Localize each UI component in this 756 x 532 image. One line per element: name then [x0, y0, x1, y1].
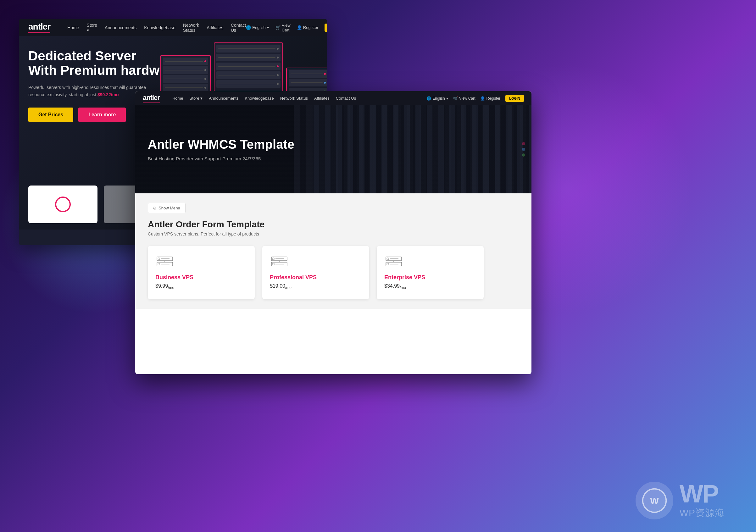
learn-more-button[interactable]: Learn more — [78, 108, 126, 122]
svg-rect-18 — [387, 263, 389, 265]
back-nav-store[interactable]: Store ▾ — [87, 23, 97, 33]
product-card-enterprise: Enterprise VPS $34.99/mo — [377, 246, 484, 299]
front-register[interactable]: 👤 Register — [480, 96, 500, 101]
back-register[interactable]: 👤 Register — [297, 25, 318, 30]
back-nav-home[interactable]: Home — [67, 25, 79, 30]
front-nav-network[interactable]: Network Status — [280, 96, 308, 101]
business-vps-icon — [155, 255, 174, 268]
front-nav-store[interactable]: Store ▾ — [190, 96, 203, 101]
product-card-business: Business VPS $9.99/mo — [148, 246, 255, 299]
enterprise-vps-icon — [384, 255, 403, 268]
svg-rect-15 — [387, 258, 389, 260]
window-front: antler Home Store ▾ Announcements Knowle… — [135, 91, 531, 374]
front-language[interactable]: 🌐 English ▾ — [426, 96, 448, 101]
front-view-cart[interactable]: 🛒 View Cart — [453, 96, 475, 101]
enterprise-vps-price: $34.99/mo — [384, 283, 476, 290]
back-nav-contact[interactable]: Contact Us — [231, 23, 246, 33]
wp-logo: W — [635, 482, 673, 519]
back-navbar-top: antler Home Store ▾ Announcements Knowle… — [19, 19, 327, 36]
back-language[interactable]: 🌐 English ▾ — [246, 25, 269, 30]
get-prices-button[interactable]: Get Prices — [28, 108, 73, 122]
order-form-title: Antler Order Form Template — [148, 220, 519, 229]
svg-rect-4 — [158, 263, 160, 265]
order-form-subtitle: Custom VPS server plans. Perfect for all… — [148, 231, 519, 236]
back-logo[interactable]: antler — [28, 22, 50, 33]
back-login-button[interactable]: LOGIN — [325, 24, 327, 32]
product-cards-container: Business VPS $9.99/mo — [148, 246, 519, 299]
front-order-section: ⊕ Show Menu Antler Order Form Template C… — [135, 193, 531, 309]
business-vps-price: $9.99/mo — [155, 283, 247, 290]
front-nav-affiliates[interactable]: Affiliates — [314, 96, 330, 101]
back-nav-knowledgebase[interactable]: Knowledgebase — [144, 25, 176, 30]
back-nav-network[interactable]: Network Status — [183, 23, 199, 33]
back-view-cart[interactable]: 🛒 View Cart — [276, 23, 290, 32]
back-nav-affiliates[interactable]: Affiliates — [206, 25, 223, 30]
professional-vps-name: Professional VPS — [270, 274, 362, 281]
front-nav-contact[interactable]: Contact Us — [336, 96, 356, 101]
back-nav-top-right: 🌐 English ▾ 🛒 View Cart 👤 Register LOGIN — [246, 23, 327, 32]
front-hero: Antler WHMCS Template Best Hosting Provi… — [135, 105, 531, 193]
front-nav-announcements[interactable]: Announcements — [209, 96, 238, 101]
professional-vps-icon — [270, 255, 289, 268]
svg-rect-8 — [272, 258, 274, 260]
product-card-professional: Professional VPS $19.00/mo — [262, 246, 369, 299]
business-vps-name: Business VPS — [155, 274, 247, 281]
enterprise-vps-name: Enterprise VPS — [384, 274, 476, 281]
svg-text:W: W — [650, 495, 659, 506]
watermark-text: WP资源海 — [680, 507, 724, 519]
front-hero-subtitle: Best Hosting Provider with Support Premi… — [148, 156, 519, 161]
front-nav-home[interactable]: Home — [172, 96, 183, 101]
front-navbar-top: antler Home Store ▾ Announcements Knowle… — [135, 91, 531, 105]
professional-vps-price: $19.00/mo — [270, 283, 362, 290]
svg-rect-11 — [272, 263, 274, 265]
front-login-button[interactable]: LOGIN — [505, 95, 524, 102]
watermark-wp: WP — [680, 481, 724, 507]
back-hero-title: Dedicated Server With Premium hardw — [28, 49, 160, 78]
back-hero-buttons: Get Prices Learn more — [28, 108, 160, 122]
svg-rect-1 — [158, 258, 160, 260]
server-unit-medium — [214, 42, 283, 92]
front-nav-knowledgebase[interactable]: Knowledgebase — [245, 96, 274, 101]
front-hero-title: Antler WHMCS Template — [148, 137, 519, 151]
watermark: W WP WP资源海 — [635, 481, 724, 519]
server-unit-small — [160, 55, 211, 95]
back-hero-content: Dedicated Server With Premium hardw Powe… — [28, 49, 160, 217]
front-nav-top-right: 🌐 English ▾ 🛒 View Cart 👤 Register LOGIN — [426, 95, 524, 102]
back-nav-announcements[interactable]: Announcements — [105, 25, 137, 30]
back-hero-description: Powerful servers with high-end resources… — [28, 84, 160, 98]
